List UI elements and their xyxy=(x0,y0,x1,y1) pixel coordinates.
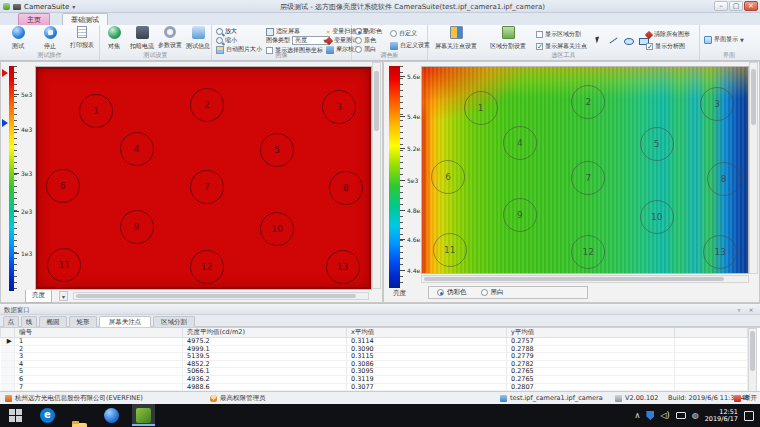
zoom-in-button[interactable]: 放大 xyxy=(216,27,237,36)
measure-circle-4[interactable]: 4 xyxy=(503,126,537,160)
measure-circle-6[interactable]: 6 xyxy=(46,169,80,203)
scroll-thumb[interactable] xyxy=(751,69,756,125)
measure-circle-1[interactable]: 1 xyxy=(464,91,498,125)
pinned-app-icon[interactable] xyxy=(104,408,119,423)
maximize-button[interactable]: ▢ xyxy=(729,1,743,11)
scroll-thumb[interactable] xyxy=(76,294,356,298)
tray-speaker-icon[interactable]: ◁) xyxy=(660,411,669,420)
measure-circle-11[interactable]: 11 xyxy=(47,248,81,282)
table-row[interactable]: 24999.10.30900.2788 xyxy=(1,345,748,353)
measure-circle-3[interactable]: 3 xyxy=(322,90,356,124)
measure-circle-13[interactable]: 13 xyxy=(326,250,360,284)
measure-circle-7[interactable]: 7 xyxy=(571,161,605,195)
right-horizontal-scrollbar[interactable] xyxy=(421,275,749,283)
measure-circle-4[interactable]: 4 xyxy=(120,132,154,166)
tab-home[interactable]: 主页 xyxy=(18,13,50,25)
colorbar-marker-red[interactable] xyxy=(2,69,8,77)
measure-circle-3[interactable]: 3 xyxy=(700,87,734,121)
measure-circle-2[interactable]: 2 xyxy=(190,88,224,122)
tab-basic-test[interactable]: 基础测试 xyxy=(62,13,108,25)
zoom-out-button[interactable]: 缩小 xyxy=(216,36,237,45)
print-report-button[interactable]: 打印报表 xyxy=(66,26,98,52)
measure-circle-9[interactable]: 9 xyxy=(503,198,537,232)
stop-button[interactable]: 停止 xyxy=(34,26,66,52)
left-vertical-scrollbar[interactable] xyxy=(372,62,381,289)
measure-circle-8[interactable]: 8 xyxy=(707,162,741,196)
table-vertical-scrollbar[interactable] xyxy=(748,328,757,392)
luminance-image-left[interactable]: 12345678910111213 xyxy=(35,66,372,290)
edge-browser-icon[interactable] xyxy=(40,408,55,423)
table-row[interactable]: 64936.20.31190.2765 xyxy=(1,375,748,383)
pseudo-color-radio-right[interactable]: 伪彩色 xyxy=(437,288,467,297)
measure-circle-8[interactable]: 8 xyxy=(329,171,363,205)
tray-network-icon[interactable]: ◍ xyxy=(692,411,699,420)
measure-circle-12[interactable]: 12 xyxy=(571,235,605,269)
col-id[interactable]: 编号 xyxy=(15,328,183,338)
test-button[interactable]: 测试 xyxy=(2,26,34,52)
fit-screen-button[interactable]: 适应屏幕 xyxy=(266,27,300,36)
measure-circle-10[interactable]: 10 xyxy=(640,200,674,234)
measure-circle-13[interactable]: 13 xyxy=(703,235,737,269)
measure-circle-12[interactable]: 12 xyxy=(190,250,224,284)
table-row[interactable]: 44852.20.30860.2782 xyxy=(1,360,748,368)
measure-circle-10[interactable]: 10 xyxy=(260,212,294,246)
qat-dropdown-icon[interactable]: ▾ xyxy=(72,3,75,10)
table-row[interactable]: 35139.50.31150.2779 xyxy=(1,353,748,361)
scroll-thumb[interactable] xyxy=(750,331,755,371)
custom-radio[interactable]: 自定义 xyxy=(390,29,417,38)
table-row[interactable]: 74988.60.30770.2807 xyxy=(1,383,748,391)
data-tab-6[interactable]: 区域分割 xyxy=(153,316,195,327)
measure-circle-6[interactable]: 6 xyxy=(431,160,465,194)
tray-shield-icon[interactable] xyxy=(646,411,654,420)
measure-circle-1[interactable]: 1 xyxy=(79,94,113,128)
col-y-avg[interactable]: y平均值 xyxy=(507,328,675,338)
pin-icon[interactable]: ▿ xyxy=(734,305,744,314)
action-center-icon[interactable] xyxy=(744,411,754,421)
interface-display-button[interactable]: 界面显示 ▼ xyxy=(704,35,744,44)
test-info-button[interactable]: 测试信息 xyxy=(184,26,212,52)
taskbar-clock[interactable]: 12:51 2019/6/17 xyxy=(705,409,738,423)
table-row[interactable]: 55066.10.30950.2765 xyxy=(1,368,748,376)
table-row[interactable]: ▶14975.20.31140.2757 xyxy=(1,338,748,346)
original-color-radio[interactable]: 原色 xyxy=(355,36,376,45)
right-vertical-scrollbar[interactable] xyxy=(749,62,758,274)
measure-circle-9[interactable]: 9 xyxy=(120,210,154,244)
file-explorer-icon[interactable] xyxy=(72,423,87,427)
measure-circle-2[interactable]: 2 xyxy=(571,85,605,119)
cursor-tool-icon[interactable] xyxy=(592,34,603,45)
left-panel-tab-luminance[interactable]: 亮度 xyxy=(25,290,52,303)
show-region-split-checkbox[interactable]: 显示区域分割 xyxy=(536,30,581,39)
left-panel-tab-dropdown-icon[interactable]: ▾ xyxy=(59,291,68,301)
colorbar-marker-blue[interactable] xyxy=(2,119,8,127)
show-analysis-checkbox[interactable]: 显示分析图 xyxy=(646,42,685,51)
ellipse-tool-icon[interactable] xyxy=(622,34,633,45)
close-button[interactable]: ✕ xyxy=(744,1,758,11)
dark-current-button[interactable]: 扣暗电流 xyxy=(128,26,156,52)
col-x-avg[interactable]: x平均值 xyxy=(347,328,507,338)
active-app-taskbar-button[interactable] xyxy=(132,404,155,426)
minimize-button[interactable]: – xyxy=(714,1,728,11)
tray-display-icon[interactable] xyxy=(676,412,686,419)
poi-settings-button[interactable]: 屏幕关注点设置 xyxy=(430,26,482,52)
region-split-settings-button[interactable]: 区域分割设置 xyxy=(484,26,532,52)
scroll-thumb[interactable] xyxy=(374,71,379,131)
focus-button[interactable]: 对焦 xyxy=(101,26,127,52)
tray-expand-icon[interactable]: ∧ xyxy=(635,411,641,420)
left-horizontal-scrollbar[interactable] xyxy=(73,292,369,300)
col-avg-luminance[interactable]: 亮度平均值(cd/m2) xyxy=(183,328,347,338)
data-tab-5[interactable]: 屏幕关注点 xyxy=(99,316,151,327)
black-white-radio-right[interactable]: 黑白 xyxy=(481,288,504,297)
show-poi-checkbox[interactable]: 显示屏幕关注点 xyxy=(536,42,587,51)
measure-circle-5[interactable]: 5 xyxy=(640,127,674,161)
scroll-thumb[interactable] xyxy=(424,277,724,281)
clear-all-graphics-button[interactable]: 清除所有图形 xyxy=(646,30,690,39)
measure-circle-5[interactable]: 5 xyxy=(260,133,294,167)
close-panel-icon[interactable]: × xyxy=(746,305,756,314)
parameter-settings-button[interactable]: 参数设置 xyxy=(156,26,184,52)
data-tab-3[interactable]: 椭圆 xyxy=(39,316,67,327)
start-button[interactable] xyxy=(8,408,23,423)
measure-circle-11[interactable]: 11 xyxy=(433,233,467,267)
measure-circle-7[interactable]: 7 xyxy=(190,170,224,204)
data-tab-2[interactable]: 线 xyxy=(21,316,37,327)
data-tab-4[interactable]: 矩形 xyxy=(69,316,97,327)
